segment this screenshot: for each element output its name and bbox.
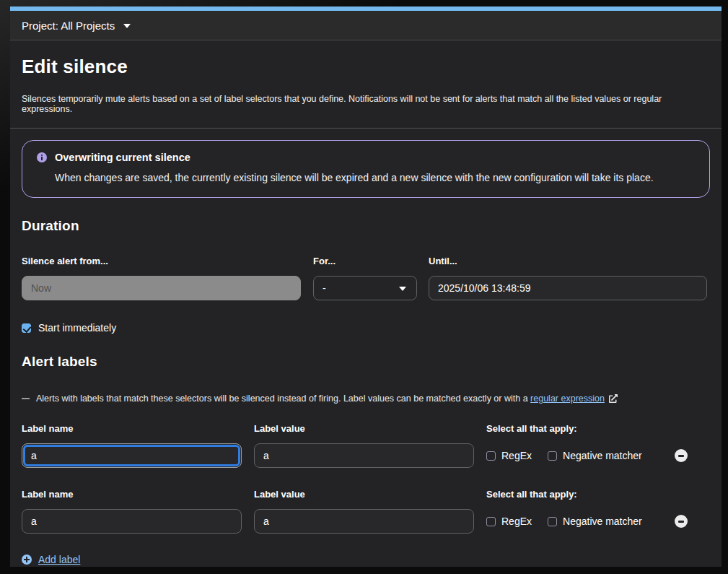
regex-checkbox[interactable]	[486, 517, 496, 526]
negative-matcher-checkbox[interactable]	[548, 451, 557, 461]
regex-checkbox[interactable]	[486, 451, 496, 461]
add-label-link-text: Add label	[38, 554, 80, 565]
matcher-row-headers: Label name Label value Select all that a…	[22, 489, 710, 500]
label-name-input[interactable]	[22, 509, 242, 534]
label-value-input[interactable]	[254, 509, 474, 534]
regex-label: RegEx	[501, 450, 532, 461]
matcher-row: RegEx Negative matcher	[22, 509, 710, 534]
until-input[interactable]	[429, 276, 707, 300]
plus-circle-icon	[22, 555, 32, 565]
label-name-header: Label name	[22, 489, 242, 500]
remove-matcher-button[interactable]	[675, 449, 688, 462]
matcher-row: RegEx Negative matcher	[22, 443, 710, 468]
select-all-header: Select all that apply:	[486, 489, 710, 500]
negative-matcher-label: Negative matcher	[563, 450, 642, 461]
label-value-header: Label value	[254, 423, 474, 434]
duration-fields: Silence alert from... For... - Until...	[22, 256, 710, 300]
for-duration-selected-value: -	[323, 282, 326, 294]
console-panel: Project: All Projects Edit silence Silen…	[10, 6, 722, 567]
chevron-down-icon	[399, 287, 406, 291]
start-immediately-label: Start immediately	[38, 322, 116, 334]
label-value-input[interactable]	[254, 443, 474, 468]
info-alert: Overwriting current silence When changes…	[22, 140, 710, 198]
helper-text: Alerts with labels that match these sele…	[36, 393, 528, 404]
external-link-icon	[609, 394, 618, 403]
label-name-header: Label name	[22, 423, 242, 434]
negative-matcher-label: Negative matcher	[563, 516, 642, 527]
until-label: Until...	[429, 256, 707, 266]
matcher-row-headers: Label name Label value Select all that a…	[22, 423, 710, 434]
page-title: Edit silence	[22, 56, 710, 78]
info-icon	[37, 152, 47, 162]
for-label: For...	[313, 256, 417, 266]
duration-heading: Duration	[22, 218, 710, 234]
alert-labels-heading: Alert labels	[22, 354, 710, 370]
start-immediately-row: Start immediately	[22, 322, 710, 334]
form-body: Overwriting current silence When changes…	[10, 140, 722, 567]
start-immediately-checkbox[interactable]	[22, 323, 31, 333]
silence-from-input	[22, 276, 301, 300]
label-value-header: Label value	[254, 489, 474, 500]
project-selector[interactable]: Project: All Projects	[10, 11, 722, 40]
info-alert-title: Overwriting current silence	[55, 152, 190, 163]
page-header: Edit silence Silences temporarily mute a…	[10, 40, 722, 129]
dash-icon	[22, 398, 30, 399]
select-all-header: Select all that apply:	[486, 423, 710, 434]
project-selector-label: Project: All Projects	[22, 19, 115, 32]
regular-expression-link[interactable]: regular expression	[530, 393, 605, 404]
page-description: Silences temporarily mute alerts based o…	[22, 94, 710, 114]
remove-matcher-button[interactable]	[675, 515, 688, 528]
chevron-down-icon	[123, 24, 131, 28]
regex-label: RegEx	[501, 516, 532, 527]
info-alert-body: When changes are saved, the currently ex…	[55, 172, 696, 183]
negative-matcher-checkbox[interactable]	[548, 517, 557, 526]
label-name-input[interactable]	[22, 443, 242, 468]
alert-labels-helper: Alerts with labels that match these sele…	[22, 393, 710, 404]
add-label-button[interactable]: Add label	[22, 554, 710, 567]
for-duration-select[interactable]: -	[313, 276, 417, 300]
silence-from-label: Silence alert from...	[22, 256, 301, 266]
